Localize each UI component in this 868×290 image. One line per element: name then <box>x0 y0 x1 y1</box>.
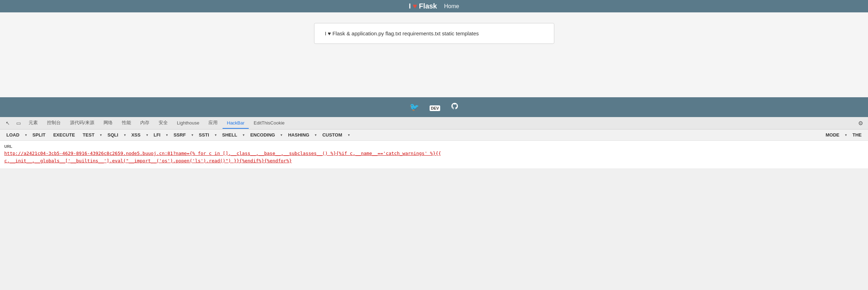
the-button[interactable]: THE <box>849 131 865 139</box>
tab-hackbar[interactable]: HackBar <box>223 118 249 129</box>
sqli-dropdown[interactable]: ▾ <box>123 132 127 138</box>
url-text: http://a2421c04-3cb5-4629-8916-43926c8c2… <box>4 151 441 156</box>
custom-dropdown[interactable]: ▾ <box>347 132 351 138</box>
tab-security[interactable]: 安全 <box>154 117 172 129</box>
xss-button[interactable]: XSS <box>128 131 144 139</box>
top-nav: I ♥ Flask Home <box>0 0 868 12</box>
lfi-dropdown[interactable]: ▾ <box>165 132 169 138</box>
shell-button[interactable]: SHELL <box>219 131 241 139</box>
file-list-text: I ♥ Flask & application.py flag.txt requ… <box>325 30 479 36</box>
dev-icon[interactable]: DEV <box>430 103 441 112</box>
twitter-icon[interactable]: 🐦 <box>409 103 419 112</box>
shell-dropdown[interactable]: ▾ <box>241 132 246 138</box>
url-value: http://a2421c04-3cb5-4629-8916-43926c8c2… <box>4 150 864 165</box>
file-list-box: I ♥ Flask & application.py flag.txt requ… <box>314 23 554 44</box>
tab-application[interactable]: 应用 <box>204 117 222 129</box>
tab-memory[interactable]: 内存 <box>136 117 154 129</box>
dev-badge: DEV <box>430 105 441 111</box>
hashing-dropdown[interactable]: ▾ <box>313 132 318 138</box>
ssrf-button[interactable]: SSRF <box>170 131 189 139</box>
url-section: URL http://a2421c04-3cb5-4629-8916-43926… <box>0 141 868 168</box>
brand: I ♥ Flask <box>409 2 437 10</box>
heart-icon: ♥ <box>413 2 417 10</box>
url-label: URL <box>4 144 864 149</box>
hackbar-toolbar: LOAD ▾ SPLIT EXECUTE TEST ▾ SQLI ▾ XSS ▾… <box>0 129 868 141</box>
devtools-tabs-bar: ↖ ▭ 元素 控制台 源代码/来源 网络 性能 内存 安全 Lighthouse… <box>0 117 868 129</box>
brand-text: I ♥ Flask <box>409 2 437 10</box>
encoding-button[interactable]: ENCODING <box>247 131 278 139</box>
tab-elements[interactable]: 元素 <box>24 117 42 129</box>
tab-performance[interactable]: 性能 <box>118 117 135 129</box>
url-text-line2: c.__init__.__globals__['__builtins__'].e… <box>4 158 292 163</box>
device-icon[interactable]: ▭ <box>13 118 24 128</box>
ssti-dropdown[interactable]: ▾ <box>213 132 218 138</box>
tab-network[interactable]: 网络 <box>99 117 117 129</box>
social-bar: 🐦 DEV <box>0 97 868 117</box>
home-link[interactable]: Home <box>444 3 459 10</box>
mode-dropdown[interactable]: ▾ <box>844 132 848 138</box>
sqli-button[interactable]: SQLI <box>104 131 122 139</box>
tab-lighthouse[interactable]: Lighthouse <box>173 118 204 129</box>
ssrf-dropdown[interactable]: ▾ <box>190 132 195 138</box>
custom-button[interactable]: CUSTOM <box>319 131 346 139</box>
lfi-button[interactable]: LFI <box>150 131 164 139</box>
tab-console[interactable]: 控制台 <box>43 117 65 129</box>
xss-dropdown[interactable]: ▾ <box>145 132 149 138</box>
mode-button[interactable]: MODE <box>822 131 843 139</box>
execute-button[interactable]: EXECUTE <box>50 131 78 139</box>
load-button[interactable]: LOAD <box>3 131 23 139</box>
split-button[interactable]: SPLIT <box>29 131 49 139</box>
ssti-button[interactable]: SSTI <box>195 131 213 139</box>
tab-source[interactable]: 源代码/来源 <box>66 117 99 129</box>
test-button[interactable]: TEST <box>79 131 98 139</box>
inspect-icon[interactable]: ↖ <box>3 118 13 128</box>
load-dropdown[interactable]: ▾ <box>24 132 28 138</box>
encoding-dropdown[interactable]: ▾ <box>279 132 284 138</box>
tab-editthiscookie[interactable]: EditThisCookie <box>249 118 289 129</box>
hashing-button[interactable]: HASHING <box>284 131 313 139</box>
github-icon[interactable] <box>451 102 459 112</box>
settings-icon[interactable]: ⚙ <box>856 118 865 129</box>
test-dropdown[interactable]: ▾ <box>99 132 103 138</box>
main-content: I ♥ Flask & application.py flag.txt requ… <box>0 12 868 97</box>
